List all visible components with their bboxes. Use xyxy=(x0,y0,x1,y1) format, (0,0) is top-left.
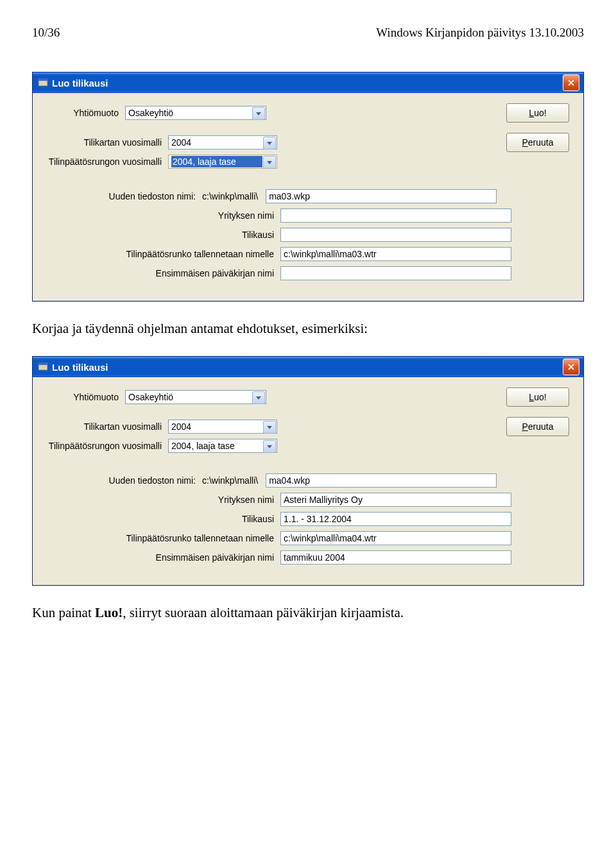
label-runko: Tilinpäätösrunko tallennetaan nimelle xyxy=(43,249,280,259)
input-runko[interactable]: c:\winkp\malli\ma04.wtr xyxy=(280,531,511,545)
body-text-1: Korjaa ja täydennä ohjelman antamat ehdo… xyxy=(32,321,584,337)
window-title: Luo tilikausi xyxy=(52,78,108,89)
document-title: Windows Kirjanpidon päivitys 13.10.2003 xyxy=(376,26,584,40)
titlebar[interactable]: Luo tilikausi xyxy=(33,357,583,377)
body-text-2: Kun painat Luo!, siirryt suoraan aloitta… xyxy=(32,605,584,621)
input-ens[interactable]: tammikuu 2004 xyxy=(280,550,511,565)
chevron-down-icon xyxy=(263,421,276,434)
cancel-button[interactable]: Peruuta xyxy=(506,417,569,436)
label-tilinpaatos: Tilinpäätösrungon vuosimalli xyxy=(43,441,168,451)
chevron-down-icon xyxy=(252,107,265,120)
window-luo-tilikausi-2: Luo tilikausi Luo! Peruuta Yhtiömuoto Os… xyxy=(32,356,584,586)
label-tilikartta: Tilikartan vuosimalli xyxy=(43,421,168,432)
window-luo-tilikausi-1: Luo tilikausi Luo! Peruuta Yhtiömuoto Os… xyxy=(32,72,584,302)
label-tilikartta: Tilikartan vuosimalli xyxy=(43,137,168,148)
label-ens: Ensimmäisen päiväkirjan nimi xyxy=(43,268,280,278)
label-uusi: Uuden tiedoston nimi: xyxy=(43,191,202,201)
titlebar[interactable]: Luo tilikausi xyxy=(33,72,583,93)
chevron-down-icon xyxy=(263,137,276,149)
label-yritys: Yrityksen nimi xyxy=(43,495,280,505)
close-button[interactable] xyxy=(563,359,579,375)
create-button[interactable]: Luo! xyxy=(506,103,569,123)
label-yhtiomuoto: Yhtiömuoto xyxy=(43,392,125,402)
close-button[interactable] xyxy=(563,74,579,91)
label-path: c:\winkp\malli\ xyxy=(202,475,266,486)
label-runko: Tilinpäätösrunko tallennetaan nimelle xyxy=(43,533,280,543)
input-filename[interactable]: ma03.wkp xyxy=(266,189,497,203)
chevron-down-icon xyxy=(263,440,276,453)
label-tilikausi: Tilikausi xyxy=(43,514,280,524)
input-tilikausi[interactable] xyxy=(280,228,511,242)
page-header: 10/36 Windows Kirjanpidon päivitys 13.10… xyxy=(32,26,584,40)
input-yritys[interactable] xyxy=(280,208,511,223)
label-tilinpaatos: Tilinpäätösrungon vuosimalli xyxy=(43,157,168,167)
combo-tilikartta[interactable]: 2004 xyxy=(168,420,277,434)
svg-rect-1 xyxy=(38,79,47,81)
combo-tilinpaatos[interactable]: 2004, laaja tase xyxy=(168,439,277,453)
combo-yhtiomuoto[interactable]: Osakeyhtiö xyxy=(125,106,266,120)
app-icon xyxy=(38,78,48,88)
create-button[interactable]: Luo! xyxy=(506,387,569,407)
window-title: Luo tilikausi xyxy=(52,362,108,373)
label-ens: Ensimmäisen päiväkirjan nimi xyxy=(43,552,280,563)
input-yritys[interactable]: Asteri Malliyritys Oy xyxy=(280,493,511,507)
combo-tilinpaatos[interactable]: 2004, laaja tase xyxy=(168,155,277,169)
input-tilikausi[interactable]: 1.1. - 31.12.2004 xyxy=(280,512,511,526)
chevron-down-icon xyxy=(263,156,276,169)
label-uusi: Uuden tiedoston nimi: xyxy=(43,475,202,486)
app-icon xyxy=(38,362,48,372)
input-filename[interactable]: ma04.wkp xyxy=(266,473,497,488)
label-tilikausi: Tilikausi xyxy=(43,230,280,240)
combo-tilikartta[interactable]: 2004 xyxy=(168,135,277,149)
input-ens[interactable] xyxy=(280,266,511,280)
label-yhtiomuoto: Yhtiömuoto xyxy=(43,108,125,118)
label-path: c:\winkp\malli\ xyxy=(202,191,266,201)
label-yritys: Yrityksen nimi xyxy=(43,210,280,221)
svg-rect-3 xyxy=(38,363,47,365)
input-runko[interactable]: c:\winkp\malli\ma03.wtr xyxy=(280,247,511,261)
combo-yhtiomuoto[interactable]: Osakeyhtiö xyxy=(125,390,266,404)
chevron-down-icon xyxy=(252,391,265,404)
page-number: 10/36 xyxy=(32,26,60,40)
cancel-button[interactable]: Peruuta xyxy=(506,133,569,152)
